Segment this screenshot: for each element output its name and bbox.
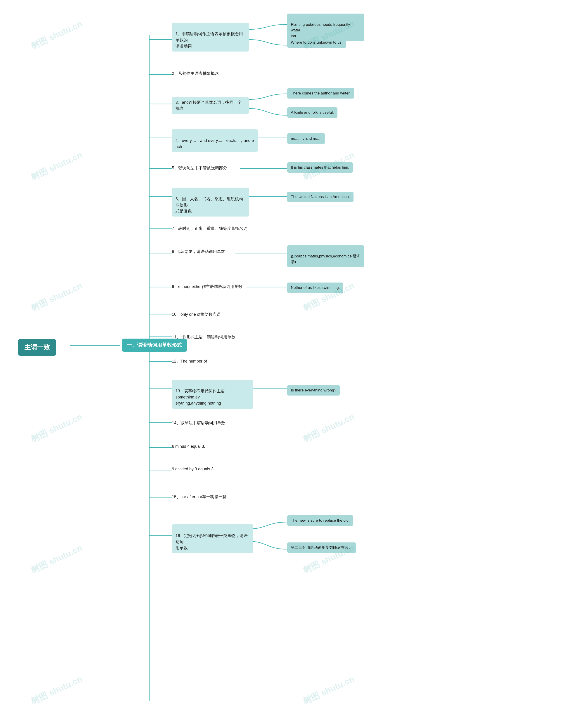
node-3b: A Knife and folk is useful. bbox=[287, 107, 337, 118]
node-4a: no......，and no.... bbox=[287, 133, 325, 144]
level1-node: 一、谓语动词用单数形式 bbox=[122, 339, 187, 352]
node-1b: Where to go is unknown to us. bbox=[287, 37, 346, 48]
node-10: 10、only one of接复数宾语 bbox=[172, 311, 221, 317]
node-11: 11、it作形式主语，谓语动词用单数 bbox=[172, 334, 235, 340]
node-7: 7、表时间、距离、重量、钱等度量衡名词 bbox=[172, 226, 247, 232]
node-14: 14、减除法中谓语动词用单数 bbox=[172, 420, 225, 426]
node-5a: It is his classmates that helps him. bbox=[287, 162, 353, 173]
mindmap: 树图 shutu.cn 树图 shutu.cn 树图 shutu.cn 树图 s… bbox=[0, 0, 579, 728]
node-3a: There comes the author and writer. bbox=[287, 88, 354, 99]
root-node: 主谓一致 bbox=[18, 339, 56, 356]
node-13: 13、表事物不定代词作主语：something,ev erything,anyt… bbox=[172, 380, 253, 409]
node-1: 1、非谓语动词作主语表示抽象概念用单数的 谓语动词 bbox=[172, 23, 249, 52]
node-14c: 9 divided by 3 equals 3. bbox=[172, 466, 215, 472]
node-12: 12、The number of bbox=[172, 358, 207, 364]
node-2: 2、从句作主语表抽象概念 bbox=[172, 71, 219, 77]
node-1a: Planting potatoes needs frequently water… bbox=[287, 14, 364, 41]
node-6a: The United Nations is in American. bbox=[287, 192, 353, 202]
node-9a: Nether of us likes swimming. bbox=[287, 283, 343, 293]
node-16b: 第二部分谓语动词用复数随后在续。 bbox=[287, 542, 356, 553]
node-8a: 如politics,maths,physics,economics(经济 学) bbox=[287, 245, 364, 267]
node-5: 5、强调句型中不管被强调部分 bbox=[172, 165, 227, 171]
node-14b: 6 minus 4 equal 3. bbox=[172, 443, 205, 449]
node-3: 3、and连接两个单数名词，指同一个概念 bbox=[172, 97, 249, 114]
node-15: 15、car after car车一辆接一辆 bbox=[172, 494, 227, 500]
node-8: 8、以s结尾，谓语动词用单数 bbox=[172, 249, 225, 255]
node-16: 16、定冠词+形容词若表一类事物，谓语动词 用单数 bbox=[172, 524, 253, 553]
node-6: 6、国、人名、书名、杂志、组织机构即使形 式是复数 bbox=[172, 188, 249, 216]
node-4: 4、every....，and every....、each....，and e… bbox=[172, 129, 258, 152]
node-16a: The new is sure to replace the old. bbox=[287, 515, 353, 526]
node-9: 9、either,neither作主语谓语动词用复数 bbox=[172, 284, 243, 290]
node-13a: Is there everything wrong? bbox=[287, 385, 340, 395]
